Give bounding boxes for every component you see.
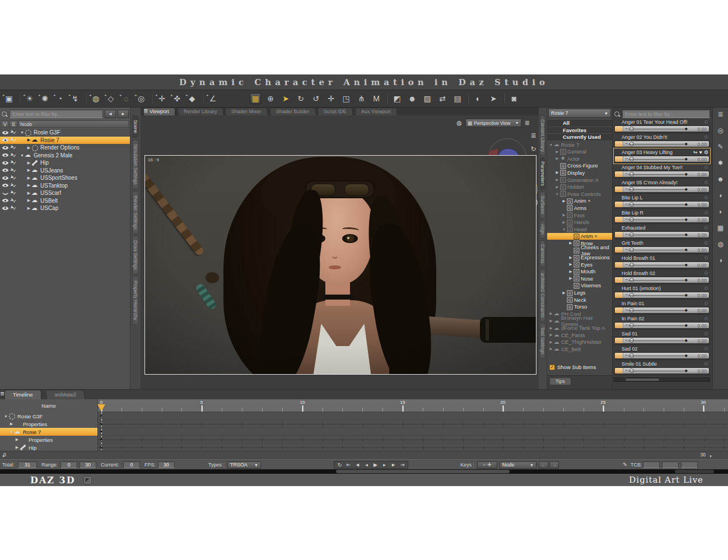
go-end-icon[interactable]: ⇥ [398,461,407,468]
tcb-c-field[interactable] [662,461,679,468]
expand-arrow-icon[interactable]: ▶ [26,191,31,195]
expand-arrow-icon[interactable]: ▶ [549,311,553,316]
parameter-group-item[interactable]: Cheeks and Jaw [547,247,612,254]
settings-gear-icon[interactable]: ⚙ [704,331,708,337]
expand-arrow-icon[interactable]: ▶ [555,178,559,182]
timeline-track-name[interactable]: ▼ Rosie G3F [0,412,97,420]
shaping-left-icon[interactable]: ◖ [716,191,726,200]
expand-arrow-icon[interactable]: ▶ [549,340,553,344]
visibility-eye-icon[interactable] [2,129,10,136]
parameter-group-item[interactable]: ▶ dForce Tank Top A [547,324,612,332]
keyframe-marker[interactable]: ▲ [99,413,103,417]
camera-edit-icon[interactable]: ◐ [473,93,484,104]
scrollbar-thumb[interactable] [675,470,714,473]
range-end-field[interactable]: 30 [80,461,96,468]
scene-tree-item[interactable]: ▶ USBelt [0,197,130,205]
nudge-down-button[interactable]: − [625,216,628,222]
keyframe-marker[interactable]: ▲ [99,421,103,425]
scene-tree-item[interactable]: ▼ Genesis 2 Male [0,152,130,160]
parameter-group-item[interactable]: ▶ Bronwyn Hair Genesi... [547,318,612,325]
new-linear-point-light-icon[interactable]: ↯ [69,93,81,104]
add-keyframe-icon[interactable]: ✛ [487,462,492,468]
headlamp-icon[interactable]: ◍ [456,119,462,127]
parameter-slider-control[interactable]: − ◆ 0.00 [614,125,710,132]
parameter-slider-control[interactable]: − ◆ 0.00 [614,156,710,162]
scene-filter-input[interactable] [10,110,103,118]
new-node-instance-icon[interactable]: ✜ [171,93,183,104]
expand-arrow-icon[interactable]: ▶ [562,213,566,217]
keyframe-marker[interactable]: ▲ [99,445,103,449]
settings-gear-icon[interactable]: ⚙ [704,240,708,246]
expand-arrow-icon[interactable]: ▼ [20,153,25,157]
filter-prev-button[interactable]: ◄ [105,110,116,118]
settings-gear-icon[interactable]: ⚙ [704,119,708,125]
parameter-group-item[interactable]: Neck [547,296,612,304]
settings-gear-icon[interactable]: ⚙ [704,316,708,321]
nudge-down-button[interactable]: − [625,231,628,237]
scene-tree-item[interactable]: ▶ USSportShoes [0,174,130,182]
nudge-up-button[interactable]: ◆ [685,368,688,373]
filter-next-button[interactable]: ► [118,110,129,118]
prev-key-nav-button[interactable]: ← [539,461,548,469]
nudge-down-button[interactable]: − [625,322,628,328]
parameter-group-item[interactable]: ▶ Hands [547,218,612,226]
polygon-group-editor-icon[interactable]: M [371,93,382,104]
nudge-up-button[interactable]: ◆ [685,248,688,252]
selectable-pointer-icon[interactable] [10,129,17,136]
nudge-down-button[interactable]: − [625,292,628,297]
parameter-group-item[interactable]: ▶ Legs [547,289,612,296]
timeline-range-row[interactable]: ▼ 0 30 ▼ [0,451,728,459]
visibility-eye-icon[interactable] [2,152,10,159]
expand-arrow-icon[interactable]: ▶ [555,170,559,175]
settings-gear-icon[interactable]: ⚙ [704,270,708,276]
next-key-icon[interactable]: ► [389,461,398,468]
expand-arrow-icon[interactable]: ▶ [568,241,573,245]
parameter-group-item[interactable]: ▶ Mouth [547,268,612,275]
nudge-up-button[interactable]: ◆ [685,142,688,146]
expand-arrow-icon[interactable]: ▶ [26,206,31,211]
mask-icon[interactable]: ◑ [716,256,726,265]
settings-gear-icon[interactable]: ⚙ [704,346,708,352]
expand-arrow-icon[interactable]: ▶ [26,198,31,203]
tcb-t-field[interactable] [643,461,660,468]
settings-gear-icon[interactable]: ⚙ [704,210,708,216]
viewport-options-icon[interactable]: ≣ [529,131,538,139]
parameter-group-item[interactable]: All [547,120,612,127]
settings-gear-icon[interactable]: ⚙ [704,255,708,261]
parameter-slider-control[interactable]: − ◆ 0.00 [614,262,710,268]
keyframes-grid-icon[interactable]: ▦ [716,223,726,232]
new-primitive-icon[interactable]: ◆ [186,93,198,104]
expand-arrow-icon[interactable]: ▶ [26,183,31,188]
selectable-pointer-icon[interactable] [10,189,17,197]
visibility-eye-icon[interactable] [2,167,10,174]
shaping-right-icon[interactable]: ◗ [716,207,726,216]
visibility-eye-icon[interactable] [2,137,10,144]
scene-tree-item[interactable]: ▼ Rosie G3F [0,129,130,137]
parameter-group-item[interactable]: ▶ Actor [547,155,612,162]
parameter-group-item[interactable]: ▶ CE_Pants [547,332,612,339]
pane-tab[interactable]: Property Hierarchy [132,276,139,325]
settings-gear-icon[interactable]: ⚙ [704,165,708,170]
parameter-group-item[interactable]: Currently Used [547,134,612,141]
nudge-down-button[interactable]: − [625,171,628,176]
parameter-slider-control[interactable]: − ◆ 0.00 [614,322,710,329]
bottom-scroll-strip[interactable] [0,469,728,474]
timeline-track-lane[interactable]: ▲ [98,428,728,436]
expand-arrow-icon[interactable]: ▶ [568,269,573,274]
parameter-group-item[interactable]: Torso [547,303,612,310]
go-start-icon[interactable]: ⇤ [344,461,353,468]
expand-arrow-icon[interactable]: ▶ [549,319,553,323]
rotate-node-tool-icon[interactable]: ↻ [295,93,306,104]
timeline-track-lane[interactable]: ▲ [98,444,728,451]
nudge-up-button[interactable]: ◆ [685,232,688,237]
settings-gear-icon[interactable]: ⚙ [704,301,708,306]
pane-tab[interactable]: Draw Settings [132,236,139,274]
scrollbar-thumb[interactable] [626,379,659,381]
nudge-up-button[interactable]: ◆ [685,293,688,297]
geometry-editor-icon[interactable]: ◩ [391,93,403,104]
expand-arrow-icon[interactable]: ▼ [549,143,553,147]
render-icon[interactable]: ◙ [508,93,520,104]
nudge-up-button[interactable]: ◆ [685,127,688,131]
timeline-track-name[interactable]: ▶ Hip [0,444,97,451]
visibility-eye-icon[interactable] [2,204,10,212]
